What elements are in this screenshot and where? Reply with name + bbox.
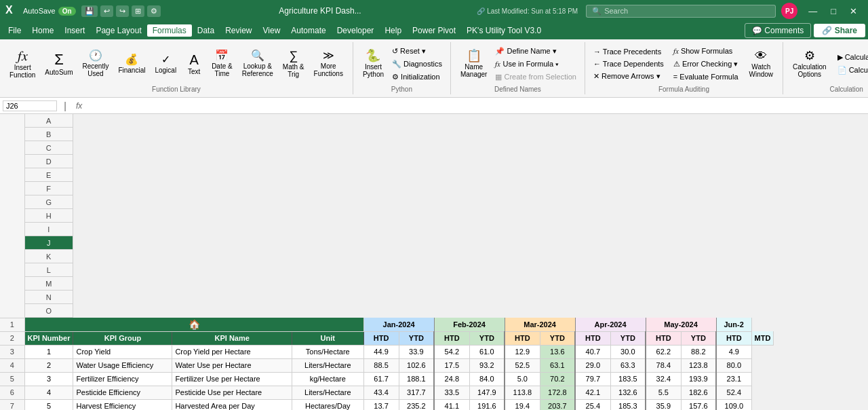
row-header[interactable]: 6 xyxy=(0,386,24,399)
cell[interactable]: 12.9 xyxy=(505,345,540,358)
cell[interactable]: 317.7 xyxy=(399,386,434,399)
settings-icon[interactable]: ⚙ xyxy=(147,5,161,17)
row-header[interactable]: 5 xyxy=(0,372,24,386)
col-header-B[interactable]: B xyxy=(25,128,73,141)
avatar[interactable]: PJ xyxy=(781,3,797,19)
menu-page-layout[interactable]: Page Layout xyxy=(90,24,146,37)
row-header[interactable]: 7 xyxy=(0,399,24,410)
lookup-reference-button[interactable]: 🔍 Lookup &Reference xyxy=(238,48,277,79)
cell[interactable]: 80.0 xyxy=(716,358,751,372)
cell[interactable]: 52.5 xyxy=(505,358,540,372)
formula-input[interactable] xyxy=(85,101,865,111)
row-header[interactable]: 1 xyxy=(0,318,24,331)
col-header-M[interactable]: M xyxy=(25,277,73,291)
insert-function-button[interactable]: 𝑓𝑥 InsertFunction xyxy=(5,47,39,81)
cell[interactable]: 193.9 xyxy=(681,372,716,386)
col-header-I[interactable]: I xyxy=(25,223,73,236)
close-button[interactable]: ✕ xyxy=(844,5,863,18)
cell[interactable]: Crop Yield xyxy=(73,345,172,358)
cell[interactable]: 35.9 xyxy=(646,399,681,410)
menu-pk-utility[interactable]: PK's Utility Tool V3.0 xyxy=(461,24,547,37)
cell[interactable]: Fertilizer Efficiency xyxy=(73,372,172,386)
cell[interactable]: 1 xyxy=(24,345,73,358)
cell[interactable]: 33.5 xyxy=(434,386,469,399)
cell[interactable]: 147.9 xyxy=(469,386,505,399)
cell[interactable]: 84.0 xyxy=(469,372,505,386)
col-header-L[interactable]: L xyxy=(25,263,73,277)
autosum-button[interactable]: Σ AutoSum xyxy=(41,50,77,78)
cell[interactable]: Liters/Hectare xyxy=(292,358,363,372)
cell[interactable]: 5.5 xyxy=(646,386,681,399)
cell[interactable]: 63.1 xyxy=(540,358,575,372)
cell[interactable]: 5.0 xyxy=(505,372,540,386)
col-header-D[interactable]: D xyxy=(25,155,73,168)
define-name-button[interactable]: 📌 Define Name ▾ xyxy=(492,45,578,57)
cell[interactable]: 188.1 xyxy=(399,372,434,386)
insert-python-button[interactable]: 🐍 InsertPython xyxy=(359,48,388,80)
col-header-K[interactable]: K xyxy=(25,250,73,263)
save-icon[interactable]: 💾 xyxy=(81,5,98,17)
logical-button[interactable]: ✓ Logical xyxy=(151,52,180,76)
cell[interactable]: Water Use per Hectare xyxy=(172,358,292,372)
menu-review[interactable]: Review xyxy=(220,24,257,37)
recently-used-button[interactable]: 🕐 RecentlyUsed xyxy=(79,48,113,79)
cell[interactable]: 42.1 xyxy=(575,386,610,399)
cell[interactable]: 13.6 xyxy=(540,345,575,358)
cell[interactable]: 30.0 xyxy=(610,345,646,358)
cell[interactable]: Fertilizer Use per Hectare xyxy=(172,372,292,386)
cell[interactable]: 88.5 xyxy=(363,358,399,372)
cell[interactable]: Hectares/Day xyxy=(292,399,363,410)
col-header-E[interactable]: E xyxy=(25,168,73,182)
cell[interactable]: 78.4 xyxy=(646,358,681,372)
cell[interactable]: 132.6 xyxy=(610,386,646,399)
show-formulas-button[interactable]: 𝑓𝑥 Show Formulas xyxy=(671,45,741,57)
grid-container[interactable]: A B C D E F G H I J K L M N O 1🏠Jan-2 xyxy=(0,114,868,410)
grid-icon[interactable]: ⊞ xyxy=(132,5,144,17)
cell[interactable]: 70.2 xyxy=(540,372,575,386)
cell[interactable]: 2 xyxy=(24,358,73,372)
text-button[interactable]: A Text xyxy=(182,51,206,77)
calculation-options-button[interactable]: ⚙ CalculationOptions xyxy=(789,48,830,80)
col-header-O[interactable]: O xyxy=(25,304,73,318)
cell[interactable]: 102.6 xyxy=(399,358,434,372)
menu-view[interactable]: View xyxy=(258,24,286,37)
cell[interactable]: 41.1 xyxy=(434,399,469,410)
cell[interactable]: 93.2 xyxy=(469,358,505,372)
cell[interactable]: Crop Yield per Hectare xyxy=(172,345,292,358)
menu-insert[interactable]: Insert xyxy=(59,24,90,37)
cell[interactable]: 29.0 xyxy=(575,358,610,372)
cell[interactable]: 62.2 xyxy=(646,345,681,358)
evaluate-formula-button[interactable]: = Evaluate Formula xyxy=(671,71,741,82)
cell[interactable]: 61.7 xyxy=(363,372,399,386)
cell[interactable]: 191.6 xyxy=(469,399,505,410)
cell[interactable]: 123.8 xyxy=(681,358,716,372)
cell[interactable]: 52.4 xyxy=(716,386,751,399)
cell[interactable]: 63.3 xyxy=(610,358,646,372)
cell[interactable]: 24.8 xyxy=(434,372,469,386)
menu-automate[interactable]: Automate xyxy=(285,24,331,37)
col-header-N[interactable]: N xyxy=(25,291,73,304)
use-in-formula-button[interactable]: 𝑓𝑥 Use in Formula ▾ xyxy=(492,58,578,70)
calculate-sheet-button[interactable]: 📄 Calculate Sheet xyxy=(835,64,868,76)
name-manager-button[interactable]: 📋 NameManager xyxy=(456,48,491,80)
cell[interactable]: 32.4 xyxy=(646,372,681,386)
cell[interactable]: kg/Hectare xyxy=(292,372,363,386)
menu-formulas[interactable]: Formulas xyxy=(147,24,192,37)
col-header-G[interactable]: G xyxy=(25,195,73,209)
cell[interactable]: 88.2 xyxy=(681,345,716,358)
col-header-F[interactable]: F xyxy=(25,182,73,195)
diagnostics-button[interactable]: 🔧 Diagnostics xyxy=(389,58,445,70)
cell[interactable]: 183.5 xyxy=(610,372,646,386)
cell[interactable]: Tons/Hectare xyxy=(292,345,363,358)
error-checking-button[interactable]: ⚠ Error Checking ▾ xyxy=(671,58,741,70)
more-functions-button[interactable]: ≫ MoreFunctions xyxy=(310,48,347,79)
cell[interactable]: 157.6 xyxy=(681,399,716,410)
cell-reference[interactable] xyxy=(3,100,57,111)
cell[interactable]: 3 xyxy=(24,372,73,386)
row-header[interactable]: 4 xyxy=(0,358,24,372)
calculate-now-button[interactable]: ▶ Calculate Now xyxy=(835,52,868,63)
cell[interactable]: 109.0 xyxy=(716,399,751,410)
remove-arrows-button[interactable]: ✕ Remove Arrows ▾ xyxy=(591,71,667,82)
menu-power-pivot[interactable]: Power Pivot xyxy=(407,24,461,37)
cell[interactable]: Harvested Area per Day xyxy=(172,399,292,410)
